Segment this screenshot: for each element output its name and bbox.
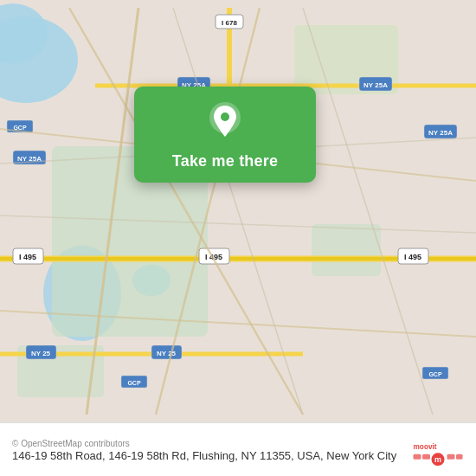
moovit-logo: moovit m [412,434,464,467]
svg-text:NY 25: NY 25 [31,350,51,357]
svg-text:I 678: I 678 [222,19,237,27]
svg-point-51 [221,113,229,121]
svg-text:moovit: moovit [414,442,437,450]
svg-text:NY 25: NY 25 [157,350,177,357]
svg-text:I 495: I 495 [19,253,36,261]
svg-rect-58 [456,453,463,459]
take-me-there-button-label: Take me there [172,152,278,170]
location-card[interactable]: Take me there [134,87,316,183]
svg-text:m: m [434,454,441,463]
moovit-logo-svg: moovit m [412,434,464,467]
location-pin-icon [209,102,241,140]
svg-rect-55 [414,453,421,459]
copyright-text: © OpenStreetMap contributors [12,439,402,448]
address-block: © OpenStreetMap contributors 146-19 58th… [12,437,402,464]
map-background: I 495 I 495 I 495 NY 25A NY 25A NY 25A N… [0,0,476,422]
svg-text:NY 25A: NY 25A [363,81,388,89]
svg-rect-7 [312,224,381,276]
address-text: 146-19 58th Road, 146-19 58th Rd, Flushi… [12,448,402,464]
map-container: I 495 I 495 I 495 NY 25A NY 25A NY 25A N… [0,0,476,422]
svg-rect-56 [422,453,430,459]
svg-text:NY 25A: NY 25A [428,129,453,137]
app: I 495 I 495 I 495 NY 25A NY 25A NY 25A N… [0,0,476,476]
bottom-bar: © OpenStreetMap contributors 146-19 58th… [0,422,476,476]
pin-icon-wrapper [209,102,241,144]
svg-text:I 495: I 495 [404,253,421,261]
svg-rect-57 [447,453,455,459]
svg-text:GCP: GCP [127,380,141,386]
svg-text:GCP: GCP [428,371,442,377]
